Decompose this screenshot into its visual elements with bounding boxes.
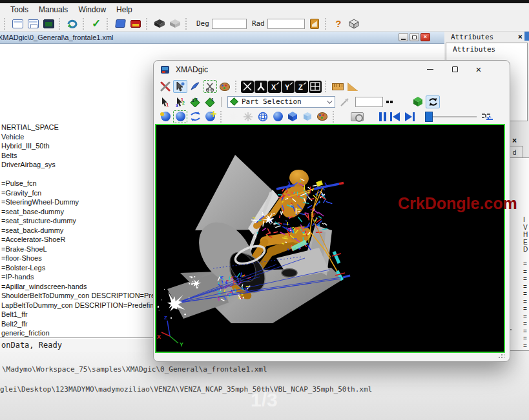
mdi-restore-button[interactable] (410, 33, 419, 41)
package-dark-button[interactable] (152, 17, 167, 30)
protractor-icon (347, 83, 358, 91)
animation-time-slider[interactable] (425, 112, 477, 122)
manual-button[interactable] (113, 17, 127, 30)
green-cube-icon (412, 96, 424, 107)
highlight-on-button[interactable] (226, 110, 240, 123)
toolbar-grip (107, 18, 110, 30)
validate-button[interactable]: ✓ (89, 17, 103, 30)
front-view-button[interactable] (254, 81, 267, 93)
help-button[interactable]: ? (331, 17, 346, 30)
slider-track[interactable] (425, 116, 477, 117)
reload-button[interactable] (65, 17, 79, 30)
close-icon: × (476, 64, 482, 75)
viewport-3d[interactable]: Z X Y (155, 124, 505, 353)
split-view-button[interactable] (309, 81, 322, 93)
pick-multi-button[interactable]: 123 (173, 95, 187, 108)
z-view-button[interactable]: Z (295, 81, 308, 93)
tools-button[interactable] (158, 80, 172, 93)
gray-arrow-icon (340, 97, 350, 107)
fit-all-icon (242, 82, 253, 91)
deg-input[interactable] (212, 19, 247, 29)
cursor-123-icon: 123 (175, 97, 185, 107)
cube-tool-button[interactable] (347, 17, 361, 30)
menu-window[interactable]: Window (73, 4, 111, 15)
rad-input[interactable] (267, 19, 305, 29)
open-file-button[interactable] (10, 17, 25, 30)
cursor-1-icon: 1 (160, 97, 171, 107)
dock2-list-item: = (523, 335, 529, 343)
terminal-button[interactable] (41, 17, 56, 30)
window-minimize-button[interactable] (420, 63, 440, 76)
selection-mode-combobox[interactable]: Part Selection (227, 96, 335, 108)
restore-icon (412, 35, 417, 39)
mdi-close-button[interactable]: × (420, 33, 430, 41)
axis-x-label: X (157, 334, 161, 340)
reload-icon (67, 19, 78, 29)
attributes-close-button[interactable]: × (518, 32, 523, 41)
triangle-right-icon (405, 112, 412, 121)
x-view-button[interactable]: X (268, 81, 281, 93)
measure-distance-button[interactable] (331, 80, 345, 93)
window-resize-grip[interactable] (498, 352, 504, 359)
probe-arrow-button[interactable] (338, 95, 352, 108)
toolbar-grip (59, 18, 62, 30)
snapshot-button[interactable] (350, 110, 364, 123)
shaded-sphere-button[interactable] (271, 110, 285, 123)
solid-cube-button[interactable] (411, 95, 425, 108)
y-view-icon: Y (283, 82, 293, 91)
menu-manuals[interactable]: Manuals (34, 4, 73, 15)
package-light-button[interactable] (168, 17, 182, 30)
marker-sphere-button[interactable] (158, 110, 172, 123)
light-package-icon (169, 19, 181, 28)
messages-button[interactable] (26, 17, 40, 30)
swap-button[interactable] (188, 110, 202, 123)
front-view-icon (256, 82, 266, 91)
pause-button[interactable] (379, 112, 386, 121)
blue-pen-icon (190, 81, 200, 92)
skip-to-start-button[interactable] (390, 112, 400, 121)
dock2-close-button[interactable]: × (512, 136, 517, 145)
step-mode-button[interactable] (481, 110, 495, 123)
select-tool-button[interactable] (173, 80, 187, 93)
toolbar-grip (235, 81, 238, 92)
flat-cube-button[interactable] (300, 110, 315, 123)
menu-tools[interactable]: Tools (5, 4, 34, 15)
palette-icon (317, 112, 327, 121)
cut-button[interactable] (203, 80, 217, 93)
fit-all-button[interactable] (241, 81, 254, 93)
reference-button[interactable] (129, 17, 143, 30)
part-pair-button[interactable]: 21 (188, 95, 202, 108)
marker-add-button[interactable] (203, 110, 217, 123)
svg-text:1: 1 (166, 102, 169, 107)
file-window-icon (12, 19, 23, 28)
angle-clipboard-button[interactable] (307, 17, 322, 30)
render-style-button[interactable] (315, 110, 329, 123)
window-maximize-button[interactable] (445, 63, 464, 76)
file-path-2: glei\Desktop\123MADYMO\madymoziliao\VENZ… (0, 385, 372, 394)
wireframe-button[interactable] (256, 110, 270, 123)
annotate-button[interactable] (188, 80, 202, 93)
svg-text:2: 2 (182, 101, 185, 105)
refresh-view-button[interactable] (426, 95, 440, 108)
appearance-button[interactable] (218, 80, 232, 93)
skip-to-end-button[interactable] (405, 112, 415, 121)
window-title: XMADgic (176, 65, 208, 74)
mdi-minimize-button[interactable] (399, 33, 408, 41)
measure-angle-button[interactable] (346, 80, 360, 93)
menu-help[interactable]: Help (111, 4, 138, 15)
marker-sphere2-button[interactable] (173, 110, 187, 123)
dock2-list-box: IVHED============SLEEis (509, 157, 529, 351)
measure-value-field[interactable] (355, 97, 383, 107)
dock2-list-item: I (523, 216, 529, 224)
document-tab[interactable]: XMADgic\0_General\a_frontale1.xml (0, 34, 114, 41)
slider-handle[interactable] (425, 112, 433, 122)
pick-single-button[interactable]: 1 (158, 95, 172, 108)
window-close-button[interactable]: × (469, 63, 488, 76)
y-view-button[interactable]: Y (282, 81, 295, 93)
dark-package-icon (154, 19, 165, 28)
highlight-off-button[interactable] (241, 110, 255, 123)
svg-text:Z: Z (298, 83, 303, 91)
part-single-button[interactable]: 1 (203, 95, 217, 108)
shaded-cube-button[interactable] (285, 110, 300, 123)
screen: Tools Manuals Window Help ✓ Deg Rad (0, 0, 529, 420)
